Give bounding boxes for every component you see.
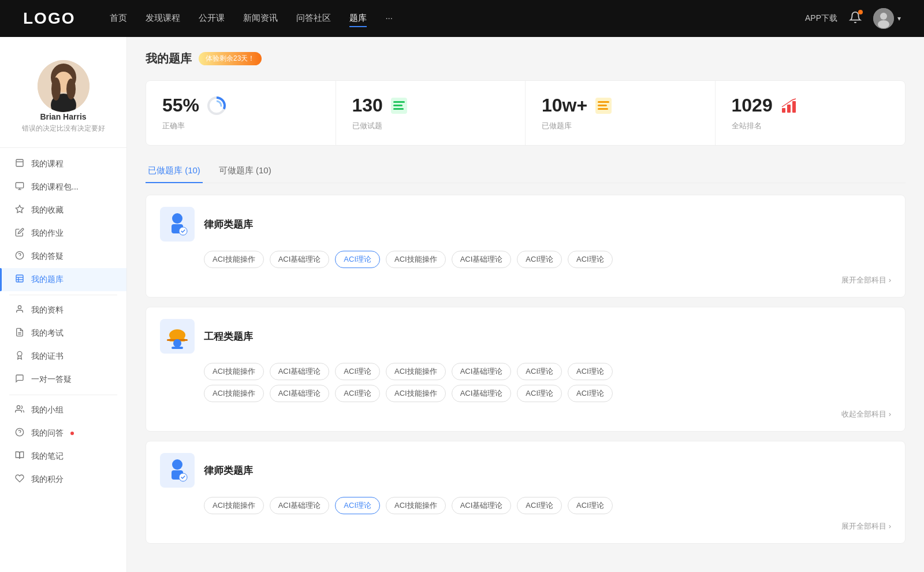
nav-home[interactable]: 首页: [110, 10, 127, 27]
qbank-header-lawyer-2: 律师类题库: [160, 453, 891, 488]
rank-bar-icon: [780, 96, 798, 115]
main-content: 我的题库 体验剩余23天！ 55% 正确率: [127, 37, 924, 572]
sidebar-item-question-bank[interactable]: 我的题库: [0, 268, 126, 291]
qbank-header-engineer: 工程类题库: [160, 319, 891, 354]
tag-eng-8[interactable]: ACI基础理论: [270, 385, 330, 402]
tag-eng-4[interactable]: ACI基础理论: [452, 363, 512, 380]
tag-lawyer1-2[interactable]: ACI理论: [335, 251, 380, 268]
expand-engineer[interactable]: 收起全部科目 ›: [160, 407, 891, 419]
nav-discover[interactable]: 发现课程: [146, 10, 180, 27]
tag-eng-1[interactable]: ACI基础理论: [270, 363, 330, 380]
svg-point-42: [172, 213, 182, 224]
logo: LOGO: [23, 9, 75, 28]
tags-row-engineer-1: ACI技能操作 ACI基础理论 ACI理论 ACI技能操作 ACI基础理论 AC…: [160, 363, 891, 380]
tag-eng-9[interactable]: ACI理论: [335, 385, 380, 402]
sidebar-item-qa[interactable]: 我的答疑: [0, 245, 126, 268]
nav-questions[interactable]: 题库: [349, 10, 367, 27]
sidebar-item-course-packages[interactable]: 我的课程包...: [0, 176, 126, 199]
accuracy-donut-icon: [206, 95, 227, 116]
tag-lawyer2-6[interactable]: ACI理论: [568, 497, 613, 514]
sidebar-item-groups[interactable]: 我的小组: [0, 399, 126, 422]
tab-done[interactable]: 已做题库 (10): [146, 159, 203, 183]
tag-lawyer2-3[interactable]: ACI技能操作: [386, 497, 446, 514]
one-on-one-icon: [14, 374, 25, 385]
qa-icon: [14, 251, 25, 262]
tag-eng-12[interactable]: ACI理论: [517, 385, 562, 402]
sidebar-item-my-courses[interactable]: 我的课程: [0, 153, 126, 176]
nav: 首页 发现课程 公开课 新闻资讯 问答社区 题库 ···: [110, 10, 805, 27]
page-title: 我的题库: [146, 51, 192, 66]
tag-eng-5[interactable]: ACI理论: [517, 363, 562, 380]
tag-lawyer1-6[interactable]: ACI理论: [568, 251, 613, 268]
qbank-card-lawyer-2: 律师类题库 ACI技能操作 ACI基础理论 ACI理论 ACI技能操作 ACI基…: [146, 441, 906, 544]
tag-lawyer1-5[interactable]: ACI理论: [517, 251, 562, 268]
sidebar-item-notes[interactable]: 我的笔记: [0, 445, 126, 468]
user-avatar-menu[interactable]: ▾: [873, 8, 901, 29]
tag-lawyer2-2[interactable]: ACI理论: [335, 497, 380, 514]
qbank-card-lawyer-1: 律师类题库 ACI技能操作 ACI基础理论 ACI理论 ACI技能操作 ACI基…: [146, 195, 906, 298]
layout: Brian Harris 错误的决定比没有决定要好 我的课程 我的课程包... …: [0, 37, 924, 572]
svg-rect-33: [393, 105, 403, 106]
tags-row-engineer-2: ACI技能操作 ACI基础理论 ACI理论 ACI技能操作 ACI基础理论 AC…: [160, 385, 891, 402]
nav-open-course[interactable]: 公开课: [199, 10, 225, 27]
svg-rect-17: [16, 275, 23, 282]
tag-lawyer2-5[interactable]: ACI理论: [517, 497, 562, 514]
notification-bell[interactable]: [849, 11, 862, 26]
tag-lawyer1-3[interactable]: ACI技能操作: [386, 251, 446, 268]
sidebar-item-profile[interactable]: 我的资料: [0, 299, 126, 322]
my-courses-icon: [14, 158, 25, 170]
tag-eng-6[interactable]: ACI理论: [568, 363, 613, 380]
sidebar-item-favorites[interactable]: 我的收藏: [0, 199, 126, 222]
groups-icon: [14, 404, 25, 416]
tag-eng-11[interactable]: ACI基础理论: [452, 385, 512, 402]
nav-qa[interactable]: 问答社区: [296, 10, 331, 27]
tab-available[interactable]: 可做题库 (10): [217, 159, 274, 183]
tag-lawyer1-0[interactable]: ACI技能操作: [204, 251, 264, 268]
sidebar-item-exam[interactable]: 我的考试: [0, 322, 126, 345]
svg-rect-40: [787, 105, 791, 113]
svg-rect-49: [172, 347, 183, 349]
tag-eng-0[interactable]: ACI技能操作: [204, 363, 264, 380]
svg-rect-34: [393, 108, 404, 110]
tag-eng-2[interactable]: ACI理论: [335, 363, 380, 380]
tag-eng-13[interactable]: ACI理论: [568, 385, 613, 402]
homework-icon: [14, 228, 25, 239]
stat-rank: 1029 全站排名: [716, 81, 906, 145]
lawyer-icon-1: [160, 207, 195, 242]
favorites-icon: [14, 205, 25, 216]
sidebar-label-qa: 我的答疑: [31, 251, 64, 262]
tag-lawyer2-0[interactable]: ACI技能操作: [204, 497, 264, 514]
svg-rect-41: [792, 101, 796, 113]
sidebar-item-my-qa[interactable]: 我的问答: [0, 422, 126, 445]
svg-point-7: [51, 77, 61, 101]
sidebar-label-certificate: 我的证书: [31, 351, 64, 362]
stat-accuracy-label: 正确率: [162, 121, 319, 131]
tag-eng-10[interactable]: ACI技能操作: [386, 385, 446, 402]
expand-lawyer-1[interactable]: 展开全部科目 ›: [160, 273, 891, 285]
profile-avatar: [38, 60, 90, 112]
profile-icon: [14, 304, 25, 316]
nav-news[interactable]: 新闻资讯: [243, 10, 278, 27]
tag-lawyer2-1[interactable]: ACI基础理论: [270, 497, 330, 514]
stat-accuracy-value: 55%: [162, 95, 199, 116]
tag-lawyer2-4[interactable]: ACI基础理论: [452, 497, 512, 514]
certificate-icon: [14, 351, 25, 362]
tag-lawyer1-1[interactable]: ACI基础理论: [270, 251, 330, 268]
sidebar-item-certificate[interactable]: 我的证书: [0, 345, 126, 368]
sidebar-item-homework[interactable]: 我的作业: [0, 222, 126, 245]
svg-point-21: [18, 306, 21, 309]
tag-eng-7[interactable]: ACI技能操作: [204, 385, 264, 402]
user-avatar: [873, 8, 894, 29]
tag-eng-3[interactable]: ACI技能操作: [386, 363, 446, 380]
trial-badge: 体验剩余23天！: [199, 52, 262, 65]
sidebar-item-one-on-one[interactable]: 一对一答疑: [0, 368, 126, 391]
nav-more[interactable]: ···: [385, 10, 393, 27]
expand-lawyer-2[interactable]: 展开全部科目 ›: [160, 519, 891, 532]
stat-banks-label: 已做题库: [542, 121, 699, 131]
stat-questions-label: 已做试题: [352, 121, 509, 131]
sidebar-label-favorites: 我的收藏: [31, 205, 64, 216]
svg-rect-36: [598, 101, 609, 103]
app-download-button[interactable]: APP下载: [805, 13, 837, 24]
tag-lawyer1-4[interactable]: ACI基础理论: [452, 251, 512, 268]
sidebar-item-points[interactable]: 我的积分: [0, 468, 126, 491]
